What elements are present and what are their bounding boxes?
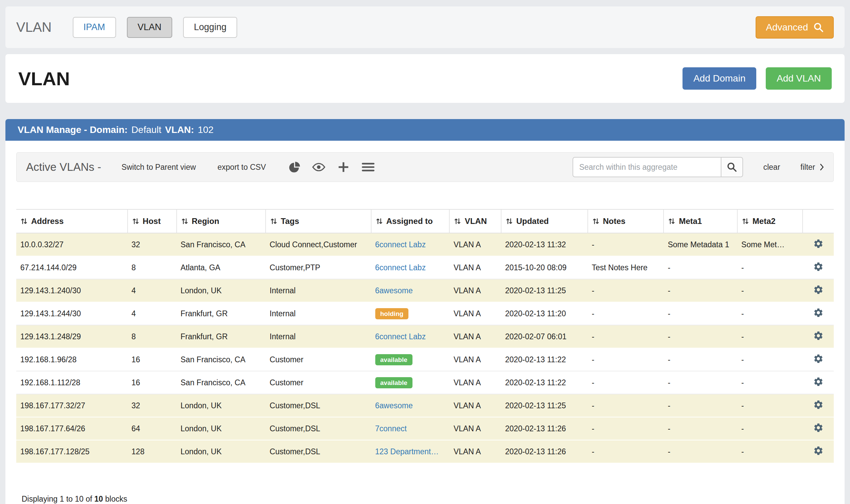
cell-assigned: 6awesome bbox=[371, 279, 450, 302]
cell-meta2: - bbox=[737, 325, 803, 348]
assigned-link[interactable]: 6connect Labz bbox=[375, 240, 426, 249]
cell-host: 8 bbox=[127, 256, 177, 279]
tab-logging[interactable]: Logging bbox=[183, 17, 237, 38]
cell-actions bbox=[803, 279, 834, 302]
col-header-region[interactable]: Region bbox=[177, 210, 266, 233]
table-row: 192.168.1.96/28 16 San Francisco, CA Cus… bbox=[16, 348, 834, 371]
col-header-address[interactable]: Address bbox=[16, 210, 127, 233]
col-header-actions bbox=[803, 210, 834, 233]
add-vlan-button[interactable]: Add VLAN bbox=[766, 67, 832, 90]
cell-assigned: 7connect bbox=[371, 417, 450, 440]
table-row: 198.167.177.128/25 128 London, UK Custom… bbox=[16, 440, 834, 463]
cell-assigned: 123 Department… bbox=[371, 440, 450, 463]
clear-link[interactable]: clear bbox=[763, 163, 780, 172]
cell-host: 32 bbox=[127, 394, 177, 417]
assigned-link[interactable]: 7connect bbox=[375, 424, 407, 433]
assigned-link[interactable]: 6awesome bbox=[375, 401, 413, 410]
assigned-link[interactable]: 6connect Labz bbox=[375, 263, 426, 272]
gear-icon[interactable] bbox=[813, 330, 824, 341]
cell-tags: Internal bbox=[266, 325, 371, 348]
gear-icon[interactable] bbox=[813, 399, 824, 410]
cell-address: 198.167.177.32/27 bbox=[16, 394, 127, 417]
assigned-link[interactable]: 6connect Labz bbox=[375, 332, 426, 341]
gear-icon[interactable] bbox=[813, 238, 824, 249]
cell-tags: Internal bbox=[266, 302, 371, 325]
col-header-vlan[interactable]: VLAN bbox=[449, 210, 501, 233]
col-header-meta1[interactable]: Meta1 bbox=[663, 210, 737, 233]
chevron-right-icon bbox=[819, 163, 824, 171]
search-input[interactable] bbox=[572, 157, 722, 177]
cell-tags: Customer,DSL bbox=[266, 394, 371, 417]
table-row: 129.143.1.248/29 8 Frankfurt, GR Interna… bbox=[16, 325, 834, 348]
col-header-updated[interactable]: Updated bbox=[501, 210, 588, 233]
search-icon bbox=[813, 22, 824, 33]
app-title: VLAN bbox=[16, 20, 52, 35]
col-header-notes[interactable]: Notes bbox=[588, 210, 664, 233]
cell-address: 192.168.1.96/28 bbox=[16, 348, 127, 371]
cell-tags: Cloud Connect,Customer bbox=[266, 233, 371, 256]
col-header-assigned-to[interactable]: Assigned to bbox=[371, 210, 450, 233]
assigned-link[interactable]: 123 Department… bbox=[375, 447, 439, 456]
vlan-manage-panel: VLAN Manage - Domain: Default VLAN: 102 … bbox=[5, 119, 845, 504]
gear-icon[interactable] bbox=[813, 307, 824, 318]
gear-icon[interactable] bbox=[813, 262, 824, 272]
status-badge-available[interactable]: available bbox=[375, 354, 412, 365]
status-badge-holding[interactable]: holding bbox=[375, 308, 409, 319]
cell-region: London, UK bbox=[177, 440, 266, 463]
panel-title-segment: VLAN Manage - Domain: bbox=[18, 125, 127, 135]
gear-icon[interactable] bbox=[813, 377, 824, 387]
cell-actions bbox=[803, 302, 834, 325]
gear-icon[interactable] bbox=[813, 285, 824, 295]
assigned-link[interactable]: 6awesome bbox=[375, 286, 413, 295]
cell-host: 64 bbox=[127, 417, 177, 440]
table-row: 198.167.177.64/26 64 London, UK Customer… bbox=[16, 417, 834, 440]
gear-icon[interactable] bbox=[813, 446, 824, 456]
cell-region: London, UK bbox=[177, 394, 266, 417]
cell-updated: 2020-02-13 11:25 bbox=[501, 279, 588, 302]
cell-assigned: holding bbox=[371, 302, 450, 325]
cell-tags: Internal bbox=[266, 279, 371, 302]
plus-icon[interactable] bbox=[337, 161, 350, 174]
cell-tags: Customer,PTP bbox=[266, 256, 371, 279]
cell-meta1: - bbox=[663, 440, 737, 463]
cell-meta1: - bbox=[663, 279, 737, 302]
cell-assigned: 6awesome bbox=[371, 394, 450, 417]
cell-vlan: VLAN A bbox=[449, 371, 501, 394]
list-icon[interactable] bbox=[361, 162, 375, 172]
cell-actions bbox=[803, 233, 834, 256]
table-row: 129.143.1.240/30 4 London, UK Internal 6… bbox=[16, 279, 834, 302]
cell-meta1: - bbox=[663, 371, 737, 394]
cell-region: Frankfurt, GR bbox=[177, 302, 266, 325]
filter-link[interactable]: filter bbox=[801, 163, 824, 172]
cell-meta2: - bbox=[737, 440, 803, 463]
cell-updated: 2020-02-13 11:22 bbox=[501, 348, 588, 371]
cell-region: Frankfurt, GR bbox=[177, 325, 266, 348]
cell-actions bbox=[803, 371, 834, 394]
cell-notes: - bbox=[588, 417, 664, 440]
panel-body: Active VLANs - Switch to Parent view exp… bbox=[5, 141, 845, 504]
pie-chart-icon[interactable] bbox=[288, 161, 300, 174]
cell-tags: Customer,DSL bbox=[266, 440, 371, 463]
advanced-search-button[interactable]: Advanced bbox=[756, 16, 834, 39]
col-header-host[interactable]: Host bbox=[127, 210, 177, 233]
tab-vlan[interactable]: VLAN bbox=[127, 17, 173, 38]
gear-icon[interactable] bbox=[813, 354, 824, 364]
cell-vlan: VLAN A bbox=[449, 348, 501, 371]
cell-address: 198.167.177.128/25 bbox=[16, 440, 127, 463]
cell-meta2: Some Met… bbox=[737, 233, 803, 256]
eye-icon[interactable] bbox=[312, 162, 325, 172]
add-domain-button[interactable]: Add Domain bbox=[683, 67, 756, 90]
gear-icon[interactable] bbox=[813, 422, 824, 433]
export-csv-link[interactable]: export to CSV bbox=[217, 163, 266, 172]
col-header-tags[interactable]: Tags bbox=[266, 210, 371, 233]
cell-tags: Customer bbox=[266, 348, 371, 371]
cell-actions bbox=[803, 325, 834, 348]
search-submit-button[interactable] bbox=[722, 157, 743, 177]
status-badge-available[interactable]: available bbox=[375, 377, 412, 388]
tab-ipam[interactable]: IPAM bbox=[73, 17, 116, 38]
col-header-meta2[interactable]: Meta2 bbox=[737, 210, 803, 233]
panel-header: VLAN Manage - Domain: Default VLAN: 102 bbox=[5, 119, 845, 141]
vlan-blocks-table: Address Host Region Tags Assigned to VLA… bbox=[16, 209, 834, 463]
table-row: 10.0.0.32/27 32 San Francisco, CA Cloud … bbox=[16, 233, 834, 256]
switch-parent-view-link[interactable]: Switch to Parent view bbox=[122, 163, 196, 172]
